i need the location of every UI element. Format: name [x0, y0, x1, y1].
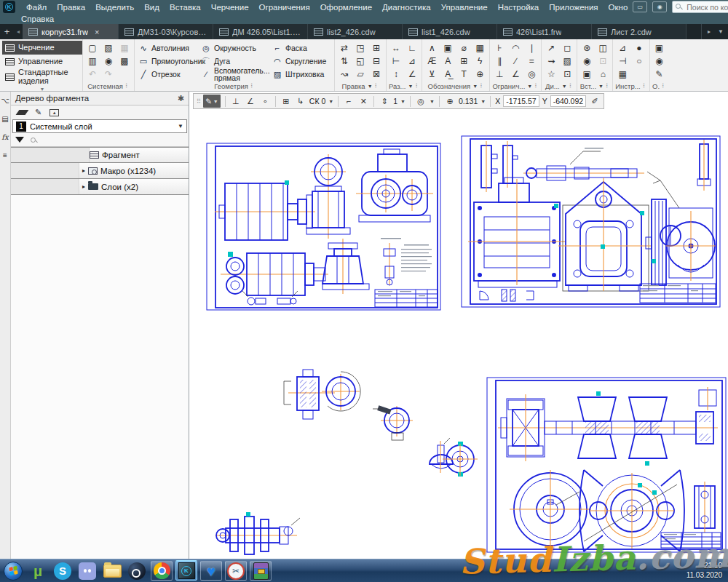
angular-dim-icon[interactable]: ∠ — [405, 68, 419, 81]
tab-scroll-left-icon[interactable]: ◂ — [14, 24, 23, 39]
new-document-icon[interactable]: ▢ — [85, 41, 100, 55]
zoom-value[interactable]: 0.131 — [459, 97, 478, 105]
fillet-tool[interactable]: ◠Скругление — [271, 55, 332, 68]
save-icon[interactable]: ▦ — [117, 41, 132, 55]
group-expand-icon[interactable]: ▼ — [408, 84, 413, 89]
kompas-taskbar-icon[interactable]: K — [175, 561, 197, 581]
snipping-tool-icon[interactable]: ✂ — [225, 561, 247, 581]
collinear-icon[interactable]: ∕ — [508, 55, 523, 68]
group-expand-icon[interactable]: ▼ — [562, 84, 567, 89]
menu-Настройка[interactable]: Настройка — [493, 3, 545, 12]
parallel-icon[interactable]: ∥ — [492, 55, 507, 68]
fix-icon[interactable]: ◎ — [524, 68, 539, 81]
insert-link-icon[interactable]: ⌂ — [596, 68, 610, 81]
measure-distance-icon[interactable]: ↗ — [544, 41, 558, 55]
chevron-down-icon[interactable]: ▼ — [480, 99, 486, 104]
check-icon[interactable]: ☆ — [544, 68, 558, 81]
zoom-lens-icon[interactable]: ◎ — [415, 97, 427, 106]
menu-help[interactable]: Справка — [21, 15, 54, 23]
drawing-sheet-2[interactable] — [461, 135, 721, 308]
start-button[interactable] — [2, 561, 24, 581]
chamfer-tool[interactable]: ⌐Фаска — [271, 41, 332, 55]
toolbar-grip[interactable]: ⠿ — [197, 98, 200, 105]
mass-icon[interactable]: ▨ — [560, 55, 574, 68]
contour-tool-icon[interactable]: ○ — [632, 55, 646, 68]
panel-button-Черчение[interactable]: Черчение — [2, 41, 82, 55]
perpendicular-snap-icon[interactable]: ⊥ — [230, 97, 242, 106]
tab-426\List1.frw[interactable]: 426\List1.frw — [497, 24, 592, 39]
current-layer-select[interactable]: 1 Системный слой ▼ — [12, 119, 187, 133]
image-icon[interactable]: ▲ — [50, 109, 59, 116]
menu-Выделить[interactable]: Выделить — [90, 3, 139, 12]
menu-Управление[interactable]: Управление — [436, 3, 493, 12]
expand-arrow-icon[interactable]: ▸ — [79, 167, 88, 174]
insert-picture-icon[interactable]: ▣ — [579, 68, 594, 81]
tab-scroll-right-icon[interactable]: ▸ — [704, 28, 714, 35]
equal-icon[interactable]: = — [524, 55, 539, 68]
tangent-icon[interactable]: ◠ — [508, 41, 523, 55]
tab-Лист 2.cdw[interactable]: Лист 2.cdw — [592, 24, 687, 39]
trim-icon[interactable]: ⇄ — [337, 41, 352, 55]
utorrent-icon[interactable]: µ — [27, 561, 49, 581]
menu-Диагностика[interactable]: Диагностика — [377, 3, 436, 12]
move-icon[interactable]: ↝ — [337, 68, 352, 81]
chevron-down-icon[interactable]: ▼ — [430, 99, 435, 104]
group-expand-icon[interactable]: ▼ — [368, 84, 373, 89]
vertical-constraint-icon[interactable]: ∣ — [524, 41, 539, 55]
datum-icon[interactable]: Æ — [424, 55, 439, 68]
style-icon[interactable]: ◉ — [652, 55, 667, 68]
dock-collapse-icon[interactable]: ▼ — [2, 87, 82, 92]
scale-value[interactable]: 1 — [393, 97, 397, 105]
variables-panel-icon[interactable]: fx — [0, 131, 10, 143]
tab-list-icon[interactable]: ▼ — [716, 28, 726, 35]
circle-tool[interactable]: ◎Окружность — [199, 41, 271, 55]
linear-dim-icon[interactable]: ↔ — [389, 41, 403, 55]
chevron-down-icon[interactable]: ▼ — [400, 99, 405, 104]
table-mark-icon[interactable]: ⊞ — [456, 55, 471, 68]
group-expand-icon[interactable]: ▼ — [527, 84, 532, 89]
deform-icon[interactable]: ⊠ — [369, 68, 384, 81]
rotate-icon[interactable]: ◱ — [353, 55, 368, 68]
menu-panel-icon[interactable]: ≡ — [0, 149, 10, 161]
panel-button-Стандартные изделия[interactable]: Стандартные изделия — [2, 68, 82, 86]
new-tab-button[interactable]: + — [0, 24, 14, 39]
baseline-dim-icon[interactable]: ⊢ — [389, 55, 403, 68]
insert-object-icon[interactable]: ⊡ — [596, 55, 610, 68]
gear-icon[interactable]: ✱ — [178, 94, 184, 103]
tab-ДМ31-03\Курсовой....[interactable]: ДМ31-03\Курсовой.... — [119, 24, 213, 39]
drawing-sheet-1[interactable] — [206, 143, 442, 311]
autoline-tool[interactable]: ∿Автолиния — [137, 41, 199, 55]
parameters-panel-icon[interactable]: ▤ — [0, 113, 10, 124]
diameter-mark-icon[interactable]: ⌀ — [456, 41, 471, 55]
winrar-icon[interactable] — [250, 561, 272, 581]
save-as-icon[interactable]: ▩ — [117, 55, 132, 68]
drawing-canvas[interactable]: ⠿ ✎▼ ⊥ ∠ ∘ ⊞ ↳ СК 0 ▼ ⌐ ✕ ⇕ 1 ▼ ◎ ▼ — [189, 92, 728, 559]
tree-item-Слои (x2)[interactable]: ▸Слои (x2) — [11, 179, 189, 195]
tree-panel-icon[interactable]: ⌥ — [0, 95, 10, 106]
tree-search-icon[interactable] — [31, 137, 36, 143]
text-icon[interactable]: А — [440, 55, 455, 68]
coordinate-system-value[interactable]: СК 0 — [309, 97, 325, 105]
screen-view-icon[interactable]: ◉ — [652, 1, 667, 12]
construction-line-tool[interactable]: ∕Вспомогатель... прямая — [199, 68, 271, 81]
leader-text-icon[interactable]: А̲ — [440, 68, 455, 81]
undo-icon[interactable]: ↶ — [85, 68, 100, 81]
coincident-icon[interactable]: ⊦ — [492, 41, 507, 55]
menu-Окно[interactable]: Окно — [604, 3, 633, 12]
steam-icon[interactable] — [126, 561, 148, 581]
menu-Черчение[interactable]: Черчение — [206, 3, 254, 12]
group-expand-icon[interactable]: ▼ — [472, 84, 478, 89]
menu-Файл[interactable]: Файл — [21, 3, 52, 12]
discord-icon[interactable] — [76, 561, 98, 581]
menu-Вид[interactable]: Вид — [139, 3, 165, 12]
vertical-dim-icon[interactable]: ↕ — [389, 68, 403, 81]
menu-Ограничения[interactable]: Ограничения — [254, 3, 315, 12]
scale-icon[interactable]: ⊟ — [369, 55, 384, 68]
point-snap-icon[interactable]: ∘ — [259, 97, 271, 106]
eyedropper-icon[interactable]: ✐ — [589, 97, 601, 106]
table-icon[interactable]: ▦ — [472, 41, 487, 55]
snap-mode-button[interactable]: ✎▼ — [203, 95, 221, 108]
extend-icon[interactable]: ⇅ — [337, 55, 352, 68]
insert-view-icon[interactable]: ◉ — [579, 55, 594, 68]
layer-tool-icon[interactable] — [16, 110, 29, 115]
